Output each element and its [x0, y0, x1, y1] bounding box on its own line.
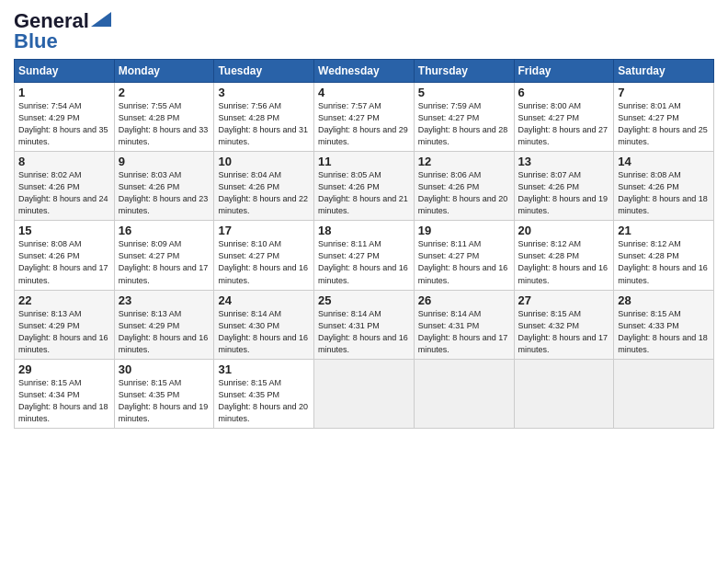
day-info: Sunrise: 8:08 AMSunset: 4:26 PMDaylight:… — [618, 169, 710, 217]
col-header-saturday: Saturday — [614, 60, 714, 83]
day-number: 5 — [418, 86, 510, 99]
day-cell: 4 Sunrise: 7:57 AMSunset: 4:27 PMDayligh… — [314, 83, 415, 152]
day-cell: 17 Sunrise: 8:10 AMSunset: 4:27 PMDaylig… — [214, 221, 314, 290]
day-cell: 9 Sunrise: 8:03 AMSunset: 4:26 PMDayligh… — [114, 152, 214, 221]
week-row-2: 8 Sunrise: 8:02 AMSunset: 4:26 PMDayligh… — [15, 152, 714, 221]
day-info: Sunrise: 8:15 AMSunset: 4:35 PMDaylight:… — [218, 377, 310, 425]
day-cell: 10 Sunrise: 8:04 AMSunset: 4:26 PMDaylig… — [214, 152, 314, 221]
header-row: General Blue — [14, 9, 714, 53]
day-cell: 31 Sunrise: 8:15 AMSunset: 4:35 PMDaylig… — [214, 359, 314, 428]
day-info: Sunrise: 8:14 AMSunset: 4:31 PMDaylight:… — [418, 308, 510, 356]
day-cell: 15 Sunrise: 8:08 AMSunset: 4:26 PMDaylig… — [15, 221, 115, 290]
day-number: 24 — [218, 293, 310, 307]
day-info: Sunrise: 8:04 AMSunset: 4:26 PMDaylight:… — [218, 169, 310, 217]
day-info: Sunrise: 7:59 AMSunset: 4:27 PMDaylight:… — [418, 100, 510, 148]
day-number: 8 — [18, 155, 110, 168]
week-row-4: 22 Sunrise: 8:13 AMSunset: 4:29 PMDaylig… — [15, 290, 714, 359]
day-number: 21 — [618, 224, 710, 237]
day-cell: 12 Sunrise: 8:06 AMSunset: 4:26 PMDaylig… — [414, 152, 514, 221]
day-info: Sunrise: 7:56 AMSunset: 4:28 PMDaylight:… — [218, 100, 310, 148]
day-cell: 21 Sunrise: 8:12 AMSunset: 4:28 PMDaylig… — [614, 221, 714, 290]
day-number: 25 — [318, 293, 410, 307]
day-info: Sunrise: 8:03 AMSunset: 4:26 PMDaylight:… — [119, 169, 210, 217]
day-info: Sunrise: 8:06 AMSunset: 4:26 PMDaylight:… — [418, 169, 510, 217]
day-info: Sunrise: 8:02 AMSunset: 4:26 PMDaylight:… — [18, 169, 110, 217]
day-info: Sunrise: 8:12 AMSunset: 4:28 PMDaylight:… — [518, 238, 610, 286]
day-cell: 29 Sunrise: 8:15 AMSunset: 4:34 PMDaylig… — [15, 359, 115, 428]
logo-icon — [91, 12, 111, 27]
calendar-container: General Blue SundayMondayTuesdayWednesda… — [0, 0, 728, 438]
day-cell: 28 Sunrise: 8:15 AMSunset: 4:33 PMDaylig… — [614, 290, 714, 359]
day-number: 17 — [218, 224, 310, 237]
col-header-sunday: Sunday — [15, 60, 115, 83]
day-info: Sunrise: 8:08 AMSunset: 4:26 PMDaylight:… — [18, 238, 110, 286]
col-header-wednesday: Wednesday — [314, 60, 415, 83]
day-cell: 20 Sunrise: 8:12 AMSunset: 4:28 PMDaylig… — [514, 221, 614, 290]
day-info: Sunrise: 8:13 AMSunset: 4:29 PMDaylight:… — [18, 308, 110, 356]
day-info: Sunrise: 8:00 AMSunset: 4:27 PMDaylight:… — [518, 100, 610, 148]
day-info: Sunrise: 8:15 AMSunset: 4:32 PMDaylight:… — [518, 308, 610, 356]
day-cell: 7 Sunrise: 8:01 AMSunset: 4:27 PMDayligh… — [614, 83, 714, 152]
day-info: Sunrise: 8:01 AMSunset: 4:27 PMDaylight:… — [618, 100, 710, 148]
day-info: Sunrise: 8:13 AMSunset: 4:29 PMDaylight:… — [119, 308, 210, 356]
day-number: 9 — [119, 155, 210, 168]
day-info: Sunrise: 8:10 AMSunset: 4:27 PMDaylight:… — [218, 238, 310, 286]
day-number: 29 — [18, 362, 110, 376]
col-header-friday: Friday — [514, 60, 614, 83]
day-number: 14 — [618, 155, 710, 168]
day-cell: 5 Sunrise: 7:59 AMSunset: 4:27 PMDayligh… — [414, 83, 514, 152]
day-cell: 1 Sunrise: 7:54 AMSunset: 4:29 PMDayligh… — [15, 83, 115, 152]
day-info: Sunrise: 7:55 AMSunset: 4:28 PMDaylight:… — [119, 100, 210, 148]
day-cell: 23 Sunrise: 8:13 AMSunset: 4:29 PMDaylig… — [114, 290, 214, 359]
day-number: 28 — [618, 293, 710, 307]
day-info: Sunrise: 8:15 AMSunset: 4:33 PMDaylight:… — [618, 308, 710, 356]
day-number: 23 — [119, 293, 210, 307]
day-number: 26 — [418, 293, 510, 307]
day-info: Sunrise: 8:11 AMSunset: 4:27 PMDaylight:… — [318, 238, 410, 286]
day-number: 1 — [18, 86, 110, 99]
day-number: 31 — [218, 362, 310, 376]
day-number: 11 — [318, 155, 410, 168]
week-row-1: 1 Sunrise: 7:54 AMSunset: 4:29 PMDayligh… — [15, 83, 714, 152]
day-info: Sunrise: 8:09 AMSunset: 4:27 PMDaylight:… — [119, 238, 210, 286]
calendar-table: SundayMondayTuesdayWednesdayThursdayFrid… — [14, 59, 714, 429]
day-number: 7 — [618, 86, 710, 99]
day-number: 4 — [318, 86, 410, 99]
day-number: 6 — [518, 86, 610, 99]
day-cell: 25 Sunrise: 8:14 AMSunset: 4:31 PMDaylig… — [314, 290, 415, 359]
header-row-days: SundayMondayTuesdayWednesdayThursdayFrid… — [15, 60, 714, 83]
day-number: 20 — [518, 224, 610, 237]
col-header-thursday: Thursday — [414, 60, 514, 83]
week-row-3: 15 Sunrise: 8:08 AMSunset: 4:26 PMDaylig… — [15, 221, 714, 290]
day-number: 15 — [18, 224, 110, 237]
day-cell: 2 Sunrise: 7:55 AMSunset: 4:28 PMDayligh… — [114, 83, 214, 152]
day-cell — [314, 359, 415, 428]
day-number: 13 — [518, 155, 610, 168]
day-number: 3 — [218, 86, 310, 99]
day-cell: 22 Sunrise: 8:13 AMSunset: 4:29 PMDaylig… — [15, 290, 115, 359]
day-cell: 8 Sunrise: 8:02 AMSunset: 4:26 PMDayligh… — [15, 152, 115, 221]
day-info: Sunrise: 8:14 AMSunset: 4:30 PMDaylight:… — [218, 308, 310, 356]
day-info: Sunrise: 8:14 AMSunset: 4:31 PMDaylight:… — [318, 308, 410, 356]
col-header-monday: Monday — [114, 60, 214, 83]
day-number: 19 — [418, 224, 510, 237]
logo: General Blue — [14, 9, 111, 53]
day-number: 10 — [218, 155, 310, 168]
day-cell: 26 Sunrise: 8:14 AMSunset: 4:31 PMDaylig… — [414, 290, 514, 359]
day-info: Sunrise: 8:15 AMSunset: 4:35 PMDaylight:… — [119, 377, 210, 425]
day-info: Sunrise: 8:12 AMSunset: 4:28 PMDaylight:… — [618, 238, 710, 286]
day-cell: 19 Sunrise: 8:11 AMSunset: 4:27 PMDaylig… — [414, 221, 514, 290]
day-number: 30 — [119, 362, 210, 376]
day-cell — [614, 359, 714, 428]
logo-blue: Blue — [14, 29, 58, 53]
day-info: Sunrise: 8:07 AMSunset: 4:26 PMDaylight:… — [518, 169, 610, 217]
day-number: 22 — [18, 293, 110, 307]
svg-marker-0 — [91, 12, 111, 27]
week-row-5: 29 Sunrise: 8:15 AMSunset: 4:34 PMDaylig… — [15, 359, 714, 428]
day-info: Sunrise: 7:54 AMSunset: 4:29 PMDaylight:… — [18, 100, 110, 148]
day-cell — [514, 359, 614, 428]
day-number: 16 — [119, 224, 210, 237]
day-cell — [414, 359, 514, 428]
day-cell: 24 Sunrise: 8:14 AMSunset: 4:30 PMDaylig… — [214, 290, 314, 359]
day-cell: 27 Sunrise: 8:15 AMSunset: 4:32 PMDaylig… — [514, 290, 614, 359]
